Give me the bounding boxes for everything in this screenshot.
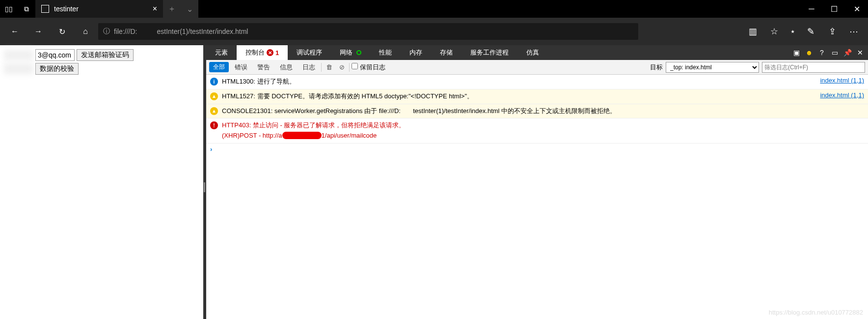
message-text: HTTP403: 禁止访问 - 服务器已了解请求，但将拒绝满足该请求。 (XHR…: [222, 120, 864, 141]
filter-logs[interactable]: 日志: [298, 62, 319, 73]
minimize-button[interactable]: ─: [800, 0, 823, 18]
message-source-link[interactable]: index.html (1,1): [820, 91, 864, 99]
content-area: 发送邮箱验证码 数据的校验 元素 控制台 ✕1 调试程序 网络 性能 内存 存储…: [0, 45, 868, 319]
email-field[interactable]: [35, 49, 75, 61]
console-message-warning: ▲ CONSOLE21301: serviceWorker.getRegistr…: [206, 104, 868, 119]
tab-performance[interactable]: 性能: [370, 45, 401, 60]
console-message-info: i HTML1300: 进行了导航。 index.html (1,1): [206, 75, 868, 89]
info-icon[interactable]: ⓘ: [103, 27, 110, 36]
tab-title: testinter: [54, 5, 79, 13]
devtools-panel: 元素 控制台 ✕1 调试程序 网络 性能 内存 存储 服务工作进程 仿真 ▣ ☻…: [206, 45, 868, 319]
tab-network[interactable]: 网络: [331, 45, 370, 60]
devtools-tabs-right: ▣ ☻ ? ▭ 📌 ✕: [790, 45, 868, 60]
tab-console[interactable]: 控制台 ✕1: [237, 45, 288, 60]
browser-tab[interactable]: testinter ×: [35, 0, 163, 18]
redacted-url: [282, 132, 322, 139]
send-code-button[interactable]: 发送邮箱验证码: [77, 49, 134, 61]
favorite-star-icon[interactable]: ☆: [764, 21, 785, 42]
block-icon[interactable]: ⊘: [336, 63, 347, 71]
select-element-icon[interactable]: ▣: [790, 47, 802, 58]
check-row: 数据的校验: [4, 63, 199, 75]
error-icon: !: [210, 121, 218, 129]
dock-icon[interactable]: ▭: [829, 47, 841, 58]
share-icon[interactable]: ⇪: [822, 21, 842, 42]
info-icon: i: [210, 78, 218, 86]
filter-warnings[interactable]: 警告: [253, 62, 274, 73]
console-message-error: ! HTTP403: 禁止访问 - 服务器已了解请求，但将拒绝满足该请求。 (X…: [206, 118, 868, 144]
tab-memory[interactable]: 内存: [401, 45, 431, 60]
new-tab-button[interactable]: ＋: [163, 0, 181, 18]
browser-toolbar: ← → ↻ ⌂ ⓘ file:///D: estInter(1)/testInt…: [0, 18, 868, 45]
more-icon[interactable]: ⋯: [843, 21, 864, 42]
pin-icon[interactable]: 📌: [841, 47, 853, 58]
watermark: https://blog.csdn.net/u010772882: [769, 309, 863, 316]
record-icon: [356, 50, 361, 55]
tab-serviceworker[interactable]: 服务工作进程: [461, 45, 517, 60]
clear-icon[interactable]: 🗑: [324, 63, 334, 71]
devtools-tab-strip: 元素 控制台 ✕1 调试程序 网络 性能 内存 存储 服务工作进程 仿真 ▣ ☻…: [206, 45, 868, 60]
email-row: 发送邮箱验证码: [4, 49, 199, 61]
error-count-badge: ✕: [267, 49, 273, 56]
tab-list-icon[interactable]: ⧉: [18, 0, 35, 18]
close-button[interactable]: ✕: [845, 0, 868, 18]
address-bar[interactable]: ⓘ file:///D: estInter(1)/testInter/index…: [98, 23, 638, 40]
maximize-button[interactable]: ☐: [823, 0, 845, 18]
preserve-log-checkbox[interactable]: 保留日志: [352, 63, 385, 72]
devtools-splitter[interactable]: [203, 45, 206, 319]
window-titlebar: ▯▯ ⧉ testinter × ＋ ⌄ ─ ☐ ✕: [0, 0, 868, 18]
blurred-text: [4, 50, 33, 60]
smiley-icon[interactable]: ☻: [803, 47, 815, 58]
toolbar-right: ▥ ☆ ⋆ ✎ ⇪ ⋯: [742, 21, 864, 42]
console-prompt[interactable]: ›: [206, 144, 868, 155]
tab-storage[interactable]: 存储: [431, 45, 461, 60]
message-source-link[interactable]: index.html (1,1): [820, 77, 864, 84]
tab-elements[interactable]: 元素: [206, 45, 237, 60]
home-button[interactable]: ⌂: [75, 21, 96, 42]
devtools-close-icon[interactable]: ✕: [854, 47, 866, 58]
forward-button[interactable]: →: [27, 21, 49, 42]
target-select[interactable]: _top: index.html: [666, 62, 759, 73]
tab-close-icon[interactable]: ×: [153, 4, 157, 13]
tab-chevron-icon[interactable]: ⌄: [181, 0, 198, 18]
tab-console-label: 控制台: [245, 48, 265, 57]
page-icon: [41, 5, 49, 13]
tab-strip: ▯▯ ⧉ testinter × ＋ ⌄: [0, 0, 198, 18]
warning-icon: ▲: [210, 107, 218, 115]
notes-icon[interactable]: ✎: [800, 21, 821, 42]
filter-info[interactable]: 信息: [276, 62, 297, 73]
filter-errors[interactable]: 错误: [231, 62, 251, 73]
error-count: 1: [275, 49, 279, 57]
console-output: i HTML1300: 进行了导航。 index.html (1,1) ▲ HT…: [206, 75, 868, 319]
tab-aside-icon[interactable]: ▯▯: [0, 0, 18, 18]
message-text: CONSOLE21301: serviceWorker.getRegistrat…: [222, 106, 864, 116]
refresh-button[interactable]: ↻: [51, 21, 73, 42]
favorites-star-plus-icon[interactable]: ⋆: [786, 21, 799, 42]
page-viewport: 发送邮箱验证码 数据的校验: [0, 45, 203, 319]
target-label: 目标: [650, 63, 663, 72]
blurred-text: [4, 63, 33, 74]
console-message-warning: ▲ HTML1527: 需要 DOCTYPE。请考虑添加有效的 HTML5 do…: [206, 89, 868, 104]
window-controls: ─ ☐ ✕: [800, 0, 868, 18]
back-button[interactable]: ←: [4, 21, 26, 42]
help-icon[interactable]: ?: [816, 47, 828, 58]
validate-button[interactable]: 数据的校验: [35, 63, 79, 75]
tab-debugger[interactable]: 调试程序: [288, 45, 331, 60]
console-filter-bar: 全部 错误 警告 信息 日志 🗑 ⊘ 保留日志 目标 _top: index.h…: [206, 60, 868, 75]
tab-emulation[interactable]: 仿真: [517, 45, 548, 60]
log-filter-input[interactable]: [762, 62, 865, 73]
filter-all[interactable]: 全部: [209, 62, 229, 72]
url-text: file:///D: estInter(1)/testInter/index.h…: [114, 28, 248, 35]
warning-icon: ▲: [210, 92, 218, 100]
message-text: HTML1527: 需要 DOCTYPE。请考虑添加有效的 HTML5 doct…: [222, 91, 816, 102]
message-text: HTML1300: 进行了导航。: [222, 77, 816, 87]
reading-list-icon[interactable]: ▥: [742, 21, 763, 42]
